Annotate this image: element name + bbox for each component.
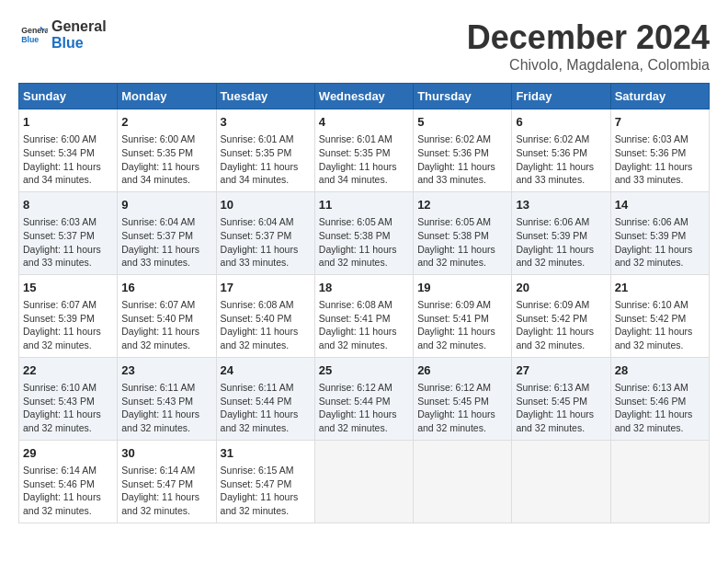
calendar-cell [610, 440, 709, 523]
cell-content: Sunrise: 6:02 AM Sunset: 5:36 PM Dayligh… [417, 132, 507, 187]
calendar-body: 1Sunrise: 6:00 AM Sunset: 5:34 PM Daylig… [19, 109, 710, 523]
calendar-week-5: 29Sunrise: 6:14 AM Sunset: 5:46 PM Dayli… [19, 440, 710, 523]
calendar-cell [414, 440, 512, 523]
calendar-week-3: 15Sunrise: 6:07 AM Sunset: 5:39 PM Dayli… [19, 274, 710, 357]
subtitle: Chivolo, Magdalena, Colombia [467, 57, 710, 74]
day-number: 2 [121, 114, 211, 131]
cell-content: Sunrise: 6:08 AM Sunset: 5:40 PM Dayligh… [221, 298, 311, 352]
cell-content: Sunrise: 6:00 AM Sunset: 5:34 PM Dayligh… [23, 132, 113, 187]
svg-text:Blue: Blue [21, 35, 39, 44]
day-number: 25 [319, 362, 409, 379]
day-number: 29 [23, 445, 113, 462]
cell-content: Sunrise: 6:14 AM Sunset: 5:46 PM Dayligh… [23, 464, 113, 518]
calendar-cell: 19Sunrise: 6:09 AM Sunset: 5:41 PM Dayli… [414, 274, 512, 357]
day-number: 10 [221, 197, 311, 213]
calendar-header-row: SundayMondayTuesdayWednesdayThursdayFrid… [19, 84, 710, 109]
cell-content: Sunrise: 6:00 AM Sunset: 5:35 PM Dayligh… [121, 132, 211, 187]
cell-content: Sunrise: 6:07 AM Sunset: 5:40 PM Dayligh… [121, 298, 211, 352]
calendar-cell: 1Sunrise: 6:00 AM Sunset: 5:34 PM Daylig… [19, 109, 118, 192]
calendar-cell: 18Sunrise: 6:08 AM Sunset: 5:41 PM Dayli… [314, 274, 413, 357]
calendar-week-2: 8Sunrise: 6:03 AM Sunset: 5:37 PM Daylig… [19, 191, 710, 274]
col-header-tuesday: Tuesday [216, 84, 314, 109]
day-number: 26 [417, 362, 507, 379]
calendar-cell: 14Sunrise: 6:06 AM Sunset: 5:39 PM Dayli… [610, 191, 709, 274]
calendar-cell: 22Sunrise: 6:10 AM Sunset: 5:43 PM Dayli… [19, 357, 118, 440]
cell-content: Sunrise: 6:04 AM Sunset: 5:37 PM Dayligh… [221, 215, 311, 270]
calendar-cell: 6Sunrise: 6:02 AM Sunset: 5:36 PM Daylig… [512, 109, 610, 192]
day-number: 7 [615, 114, 705, 131]
day-number: 21 [615, 280, 705, 296]
cell-content: Sunrise: 6:10 AM Sunset: 5:43 PM Dayligh… [23, 381, 113, 435]
col-header-wednesday: Wednesday [314, 84, 413, 109]
cell-content: Sunrise: 6:01 AM Sunset: 5:35 PM Dayligh… [221, 132, 311, 187]
day-number: 15 [23, 280, 113, 296]
col-header-thursday: Thursday [414, 84, 512, 109]
day-number: 24 [221, 362, 311, 379]
day-number: 3 [221, 114, 311, 131]
calendar-cell: 30Sunrise: 6:14 AM Sunset: 5:47 PM Dayli… [118, 440, 216, 523]
calendar-cell: 27Sunrise: 6:13 AM Sunset: 5:45 PM Dayli… [512, 357, 610, 440]
calendar-table: SundayMondayTuesdayWednesdayThursdayFrid… [18, 83, 710, 523]
day-number: 14 [615, 197, 705, 213]
cell-content: Sunrise: 6:11 AM Sunset: 5:43 PM Dayligh… [121, 381, 211, 435]
calendar-cell: 25Sunrise: 6:12 AM Sunset: 5:44 PM Dayli… [314, 357, 413, 440]
calendar-cell: 13Sunrise: 6:06 AM Sunset: 5:39 PM Dayli… [512, 191, 610, 274]
logo-blue: Blue [51, 35, 107, 52]
cell-content: Sunrise: 6:03 AM Sunset: 5:36 PM Dayligh… [615, 132, 705, 187]
cell-content: Sunrise: 6:13 AM Sunset: 5:45 PM Dayligh… [516, 381, 606, 435]
day-number: 28 [615, 362, 705, 379]
cell-content: Sunrise: 6:05 AM Sunset: 5:38 PM Dayligh… [319, 215, 409, 270]
cell-content: Sunrise: 6:13 AM Sunset: 5:46 PM Dayligh… [615, 381, 705, 435]
day-number: 17 [221, 280, 311, 296]
col-header-sunday: Sunday [19, 84, 118, 109]
col-header-saturday: Saturday [610, 84, 709, 109]
day-number: 11 [319, 197, 409, 213]
day-number: 22 [23, 362, 113, 379]
calendar-cell: 4Sunrise: 6:01 AM Sunset: 5:35 PM Daylig… [314, 109, 413, 192]
day-number: 8 [23, 197, 113, 213]
cell-content: Sunrise: 6:01 AM Sunset: 5:35 PM Dayligh… [319, 132, 409, 187]
cell-content: Sunrise: 6:09 AM Sunset: 5:42 PM Dayligh… [516, 298, 606, 352]
cell-content: Sunrise: 6:12 AM Sunset: 5:44 PM Dayligh… [319, 381, 409, 435]
calendar-cell: 3Sunrise: 6:01 AM Sunset: 5:35 PM Daylig… [216, 109, 314, 192]
calendar-cell: 16Sunrise: 6:07 AM Sunset: 5:40 PM Dayli… [118, 274, 216, 357]
calendar-cell: 29Sunrise: 6:14 AM Sunset: 5:46 PM Dayli… [19, 440, 118, 523]
calendar-cell: 5Sunrise: 6:02 AM Sunset: 5:36 PM Daylig… [414, 109, 512, 192]
cell-content: Sunrise: 6:04 AM Sunset: 5:37 PM Dayligh… [121, 215, 211, 270]
cell-content: Sunrise: 6:02 AM Sunset: 5:36 PM Dayligh… [516, 132, 606, 187]
cell-content: Sunrise: 6:11 AM Sunset: 5:44 PM Dayligh… [221, 381, 311, 435]
main-title: December 2024 [467, 18, 710, 57]
day-number: 6 [516, 114, 606, 131]
logo: General Blue General Blue [18, 18, 107, 51]
calendar-cell: 17Sunrise: 6:08 AM Sunset: 5:40 PM Dayli… [216, 274, 314, 357]
cell-content: Sunrise: 6:09 AM Sunset: 5:41 PM Dayligh… [417, 298, 507, 352]
calendar-cell: 2Sunrise: 6:00 AM Sunset: 5:35 PM Daylig… [118, 109, 216, 192]
calendar-cell: 21Sunrise: 6:10 AM Sunset: 5:42 PM Dayli… [610, 274, 709, 357]
calendar-cell: 10Sunrise: 6:04 AM Sunset: 5:37 PM Dayli… [216, 191, 314, 274]
calendar-cell: 12Sunrise: 6:05 AM Sunset: 5:38 PM Dayli… [414, 191, 512, 274]
logo-general: General [51, 18, 107, 35]
calendar-cell: 24Sunrise: 6:11 AM Sunset: 5:44 PM Dayli… [216, 357, 314, 440]
cell-content: Sunrise: 6:06 AM Sunset: 5:39 PM Dayligh… [615, 215, 705, 270]
page-header: General Blue General Blue December 2024 … [18, 18, 710, 74]
day-number: 18 [319, 280, 409, 296]
col-header-monday: Monday [118, 84, 216, 109]
day-number: 9 [121, 197, 211, 213]
cell-content: Sunrise: 6:14 AM Sunset: 5:47 PM Dayligh… [121, 464, 211, 518]
day-number: 23 [121, 362, 211, 379]
day-number: 5 [417, 114, 507, 131]
cell-content: Sunrise: 6:06 AM Sunset: 5:39 PM Dayligh… [516, 215, 606, 270]
col-header-friday: Friday [512, 84, 610, 109]
calendar-cell: 31Sunrise: 6:15 AM Sunset: 5:47 PM Dayli… [216, 440, 314, 523]
calendar-cell: 11Sunrise: 6:05 AM Sunset: 5:38 PM Dayli… [314, 191, 413, 274]
cell-content: Sunrise: 6:08 AM Sunset: 5:41 PM Dayligh… [319, 298, 409, 352]
calendar-cell [314, 440, 413, 523]
day-number: 4 [319, 114, 409, 131]
cell-content: Sunrise: 6:10 AM Sunset: 5:42 PM Dayligh… [615, 298, 705, 352]
day-number: 31 [221, 445, 311, 462]
day-number: 1 [23, 114, 113, 131]
cell-content: Sunrise: 6:07 AM Sunset: 5:39 PM Dayligh… [23, 298, 113, 352]
logo-icon: General Blue [18, 20, 48, 50]
cell-content: Sunrise: 6:15 AM Sunset: 5:47 PM Dayligh… [221, 464, 311, 518]
calendar-cell: 23Sunrise: 6:11 AM Sunset: 5:43 PM Dayli… [118, 357, 216, 440]
